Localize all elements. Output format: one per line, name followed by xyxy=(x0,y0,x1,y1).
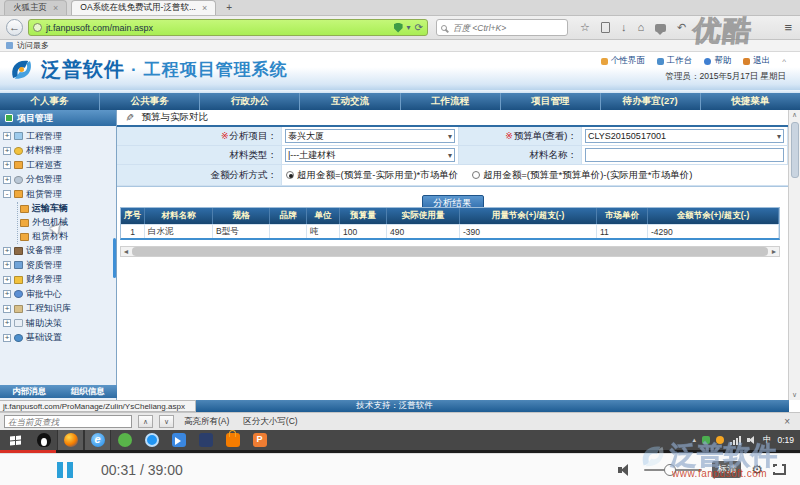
link-help[interactable]: 帮助 xyxy=(704,55,731,67)
refresh-icon[interactable]: ⟳ xyxy=(415,22,423,33)
expand-icon[interactable]: + xyxy=(3,147,11,155)
menu-todo[interactable]: 待办事宜(27) xyxy=(601,93,701,110)
tree-item-equipment[interactable]: +设备管理 xyxy=(3,244,116,259)
expand-icon[interactable]: + xyxy=(3,305,11,313)
tab-internal-messages[interactable]: 内部消息 xyxy=(12,386,46,398)
address-bar[interactable]: jt.fanpusoft.com/main.aspx ▾ ⟳ xyxy=(28,19,428,36)
taskbar-app-lock[interactable] xyxy=(219,430,246,450)
expand-icon[interactable]: + xyxy=(3,161,11,169)
tree-item-knowledge[interactable]: +工程知识库 xyxy=(3,302,116,317)
taskbar-app-ie[interactable] xyxy=(84,430,111,450)
bookmarks-item-most-visited[interactable]: 访问最多 xyxy=(17,40,49,51)
find-next-button[interactable]: ∨ xyxy=(159,415,174,428)
player-volume-icon[interactable] xyxy=(618,463,634,477)
sidebar-scrollbar-thumb[interactable] xyxy=(113,238,116,278)
expand-icon[interactable]: + xyxy=(3,334,11,342)
scroll-right-icon[interactable]: ► xyxy=(769,248,779,255)
downloads-icon[interactable]: ↓ xyxy=(621,22,627,33)
chat-icon[interactable] xyxy=(655,24,666,32)
tree-item-settings[interactable]: +基础设置 xyxy=(3,331,116,346)
tab-oa-system[interactable]: OA系统在线免费试用-泛普软... × xyxy=(71,0,216,15)
tree-item-qualification[interactable]: +资质管理 xyxy=(3,258,116,273)
expand-icon[interactable]: + xyxy=(3,132,11,140)
scroll-left-icon[interactable]: ◄ xyxy=(121,248,131,255)
tab-org-info[interactable]: 组织信息 xyxy=(71,386,105,398)
link-logout[interactable]: 退出 xyxy=(743,55,770,67)
horizontal-scrollbar[interactable]: ◄ ► xyxy=(120,246,780,257)
link-workbench[interactable]: 工作台 xyxy=(657,55,693,67)
tree-item-approval[interactable]: +审批中心 xyxy=(3,287,116,302)
analysis-project-select[interactable]: 泰兴大厦▾ xyxy=(285,129,455,143)
tree-item-subcontract[interactable]: +分包管理 xyxy=(3,173,116,188)
tab-close-icon[interactable]: × xyxy=(202,3,207,13)
menu-personal[interactable]: 个人事务 xyxy=(0,93,100,110)
tree-item-lease[interactable]: -租赁管理 xyxy=(3,187,116,202)
tree-item-material[interactable]: +材料管理 xyxy=(3,144,116,159)
taskbar-app-netdisk[interactable] xyxy=(165,430,192,450)
menu-admin-office[interactable]: 行政办公 xyxy=(200,93,300,110)
tree-item-outsourced-machinery[interactable]: 外包机械 xyxy=(20,216,116,230)
tree-item-decision[interactable]: +辅助决策 xyxy=(3,316,116,331)
taskbar-app-green[interactable] xyxy=(111,430,138,450)
start-button[interactable] xyxy=(0,430,30,450)
radio-method-1[interactable]: 超用金额=(预算量-实际用量)*市场单价 xyxy=(286,169,458,182)
match-case-button[interactable]: 区分大小写(C) xyxy=(239,416,301,428)
tray-clock[interactable]: 0:19 xyxy=(777,435,794,445)
radio-unchecked-icon[interactable] xyxy=(472,171,480,179)
radio-checked-icon[interactable] xyxy=(286,171,294,179)
expand-icon[interactable]: + xyxy=(3,247,11,255)
menu-public[interactable]: 公共事务 xyxy=(100,93,200,110)
material-type-select[interactable]: |---土建材料▾ xyxy=(285,148,455,162)
radio-method-2[interactable]: 超用金额=(预算量*预算单价)-(实际用量*市场单价) xyxy=(472,169,692,182)
chevron-down-icon[interactable]: ▾ xyxy=(407,23,411,32)
taskbar-app-chat[interactable] xyxy=(246,430,273,450)
expand-icon[interactable]: + xyxy=(3,290,11,298)
pause-button[interactable] xyxy=(57,462,73,478)
material-name-input[interactable] xyxy=(585,148,784,162)
menu-quick[interactable]: 快捷菜单 xyxy=(701,93,800,110)
collapse-icon[interactable]: - xyxy=(3,190,11,198)
expand-icon[interactable]: + xyxy=(3,176,11,184)
tree-item-engineering[interactable]: +工程管理 xyxy=(3,129,116,144)
find-prev-button[interactable]: ∧ xyxy=(138,415,153,428)
tree-item-finance[interactable]: +财务管理 xyxy=(3,273,116,288)
folder-icon xyxy=(14,319,23,327)
menu-icon[interactable]: ≡ xyxy=(784,20,792,35)
find-input[interactable] xyxy=(4,415,132,428)
taskbar-app-navy[interactable] xyxy=(192,430,219,450)
undo-icon[interactable]: ↶ xyxy=(677,22,686,33)
budget-sheet-select[interactable]: CLYS20150517001▾ xyxy=(585,129,784,143)
tab-firefox-home[interactable]: 火狐主页 × xyxy=(4,0,67,15)
expand-icon[interactable]: + xyxy=(3,276,11,284)
scrollbar-thumb[interactable] xyxy=(132,247,768,256)
taskbar-app-qq[interactable] xyxy=(30,430,57,450)
bookmarks-menu-icon[interactable] xyxy=(601,22,610,33)
search-input[interactable] xyxy=(451,22,563,34)
tree-item-inspection[interactable]: +工程巡查 xyxy=(3,158,116,173)
scroll-down-icon[interactable]: ∨ xyxy=(789,391,800,399)
expand-icon[interactable]: + xyxy=(3,319,11,327)
header-collapse-icon[interactable]: ^ xyxy=(782,57,786,66)
highlight-all-button[interactable]: 高亮所有(A) xyxy=(180,416,233,428)
scrollbar-thumb[interactable] xyxy=(791,122,799,178)
back-button[interactable]: ← xyxy=(6,19,23,36)
menu-communication[interactable]: 互动交流 xyxy=(300,93,400,110)
new-tab-button[interactable]: + xyxy=(219,2,239,15)
menu-workflow[interactable]: 工作流程 xyxy=(401,93,501,110)
menu-project-mgmt[interactable]: 项目管理 xyxy=(501,93,601,110)
expand-icon[interactable]: + xyxy=(3,261,11,269)
taskbar-app-360[interactable] xyxy=(138,430,165,450)
taskbar-app-firefox[interactable] xyxy=(57,430,84,450)
tree-item-leased-materials[interactable]: 租赁材料 xyxy=(20,230,116,244)
search-box[interactable] xyxy=(436,19,568,36)
tab-close-icon[interactable]: × xyxy=(53,3,58,13)
page-vertical-scrollbar[interactable]: ∧ ∨ xyxy=(788,110,800,400)
home-icon[interactable]: ⌂ xyxy=(637,22,644,33)
bookmark-star-icon[interactable]: ☆ xyxy=(580,22,590,33)
scroll-up-icon[interactable]: ∧ xyxy=(789,111,800,119)
link-personalize[interactable]: 个性界面 xyxy=(601,55,645,67)
table-row[interactable]: 1 白水泥 B型号 吨 100 490 -390 11 -4290 xyxy=(121,224,779,238)
shield-icon[interactable] xyxy=(394,23,403,33)
find-close-icon[interactable]: × xyxy=(784,416,790,427)
tree-item-transport-vehicles[interactable]: 运输车辆 xyxy=(20,202,116,216)
